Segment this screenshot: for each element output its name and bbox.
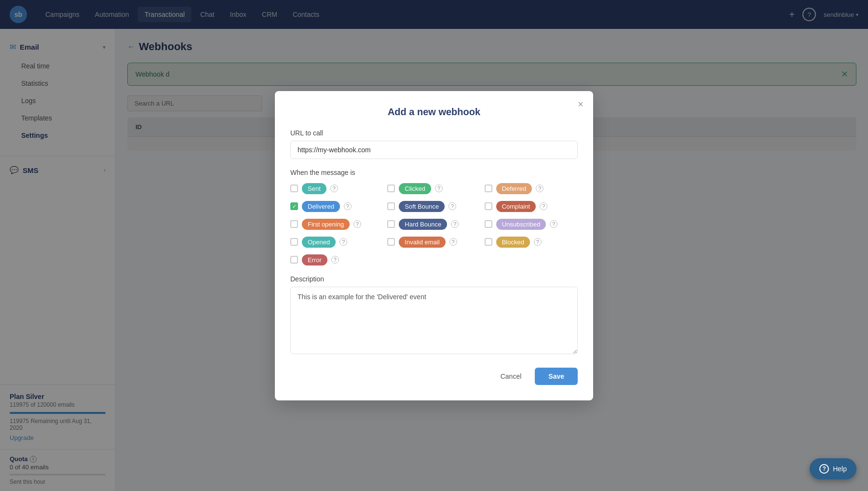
event-blocked: Blocked ?	[485, 237, 578, 248]
help-fab[interactable]: ? Help	[810, 458, 856, 479]
tag-delivered: Delivered	[302, 201, 340, 212]
event-invalid-email: Invalid email ?	[387, 237, 480, 248]
event-opened: Opened ?	[290, 237, 383, 248]
tag-error: Error	[302, 254, 327, 265]
when-message-label: When the message is	[290, 169, 578, 176]
event-first-opening: First opening ?	[290, 219, 383, 230]
description-textarea[interactable]: This is an example for the 'Delivered' e…	[290, 287, 578, 354]
help-blocked-icon[interactable]: ?	[534, 238, 542, 246]
description-label: Description	[290, 275, 578, 283]
checkbox-blocked[interactable]	[485, 238, 492, 246]
event-sent: Sent ?	[290, 183, 383, 194]
modal-close-button[interactable]: ×	[578, 99, 583, 110]
save-button[interactable]: Save	[535, 368, 578, 385]
tag-unsubscribed: Unsubscribed	[496, 219, 546, 230]
help-fab-icon: ?	[819, 464, 829, 474]
checkbox-error[interactable]	[290, 256, 298, 264]
checkbox-sent[interactable]	[290, 185, 298, 192]
event-error: Error ?	[290, 254, 383, 265]
event-complaint: Complaint ?	[485, 201, 578, 212]
cancel-button[interactable]: Cancel	[493, 368, 529, 385]
event-deferred: Deferred ?	[485, 183, 578, 194]
modal-footer: Cancel Save	[290, 368, 578, 385]
checkbox-delivered[interactable]	[290, 202, 298, 210]
url-label: URL to call	[290, 129, 578, 137]
help-fab-label: Help	[833, 465, 847, 473]
help-sent-icon[interactable]: ?	[330, 185, 338, 192]
help-clicked-icon[interactable]: ?	[435, 185, 443, 192]
tag-sent: Sent	[302, 183, 326, 194]
tag-soft-bounce: Soft Bounce	[399, 201, 445, 212]
url-input[interactable]	[290, 141, 578, 159]
help-error-icon[interactable]: ?	[331, 256, 339, 264]
tag-clicked: Clicked	[399, 183, 431, 194]
event-checkboxes: Sent ? Clicked ? Deferred ? Delivered ?	[290, 183, 578, 265]
tag-blocked: Blocked	[496, 237, 530, 248]
event-unsubscribed: Unsubscribed ?	[485, 219, 578, 230]
tag-invalid-email: Invalid email	[399, 237, 445, 248]
help-first-opening-icon[interactable]: ?	[353, 220, 361, 228]
tag-complaint: Complaint	[496, 201, 536, 212]
checkbox-hard-bounce[interactable]	[387, 220, 395, 228]
checkbox-deferred[interactable]	[485, 185, 492, 192]
tag-deferred: Deferred	[496, 183, 532, 194]
modal-title: Add a new webhook	[290, 106, 578, 118]
help-soft-bounce-icon[interactable]: ?	[448, 202, 456, 210]
tag-first-opening: First opening	[302, 219, 350, 230]
tag-opened: Opened	[302, 237, 336, 248]
checkbox-first-opening[interactable]	[290, 220, 298, 228]
help-opened-icon[interactable]: ?	[339, 238, 347, 246]
help-delivered-icon[interactable]: ?	[344, 202, 352, 210]
help-complaint-icon[interactable]: ?	[540, 202, 547, 210]
event-clicked: Clicked ?	[387, 183, 480, 194]
checkbox-unsubscribed[interactable]	[485, 220, 492, 228]
event-hard-bounce: Hard Bounce ?	[387, 219, 480, 230]
help-invalid-email-icon[interactable]: ?	[449, 238, 457, 246]
help-deferred-icon[interactable]: ?	[536, 185, 543, 192]
checkbox-opened[interactable]	[290, 238, 298, 246]
tag-hard-bounce: Hard Bounce	[399, 219, 447, 230]
checkbox-soft-bounce[interactable]	[387, 202, 395, 210]
modal-dialog: × Add a new webhook URL to call When the…	[275, 91, 593, 400]
event-soft-bounce: Soft Bounce ?	[387, 201, 480, 212]
help-unsubscribed-icon[interactable]: ?	[550, 220, 557, 228]
checkbox-invalid-email[interactable]	[387, 238, 395, 246]
modal-overlay[interactable]: × Add a new webhook URL to call When the…	[0, 0, 868, 491]
event-delivered: Delivered ?	[290, 201, 383, 212]
help-hard-bounce-icon[interactable]: ?	[451, 220, 459, 228]
checkbox-complaint[interactable]	[485, 202, 492, 210]
checkbox-clicked[interactable]	[387, 185, 395, 192]
